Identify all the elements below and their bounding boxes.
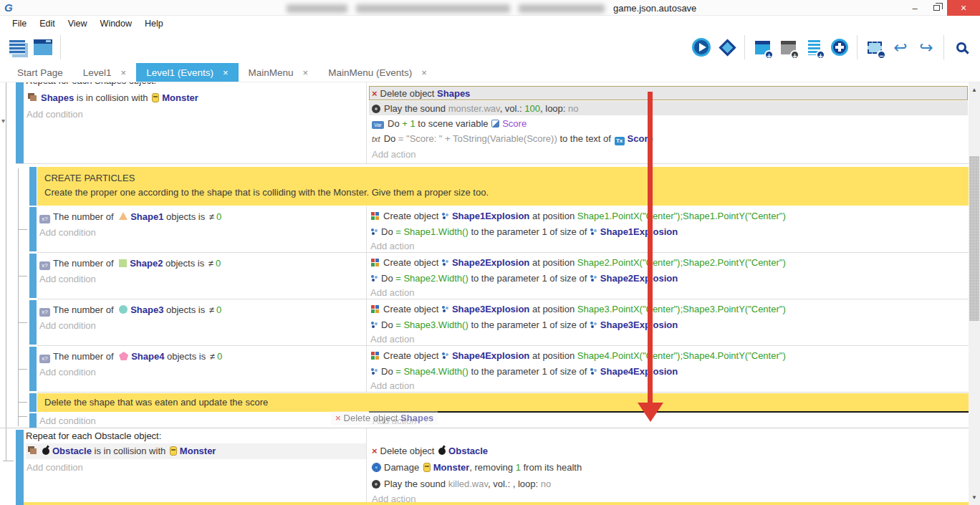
menu-help[interactable]: Help (138, 16, 170, 32)
event-selection-bar[interactable] (16, 430, 24, 505)
event-selection-bar[interactable] (29, 167, 37, 206)
menu-window[interactable]: Window (94, 16, 138, 32)
events-sheet[interactable]: ▾ Repeat for each Shapes object: Shapes … (0, 82, 969, 505)
add-condition-link[interactable]: Add condition (39, 272, 96, 286)
event-selection-bar[interactable] (29, 413, 37, 428)
event-selection-bar[interactable] (29, 207, 37, 251)
menu-view[interactable]: View (62, 16, 94, 32)
add-condition-link[interactable]: Add condition (27, 107, 83, 121)
add-condition-link[interactable]: Add condition (39, 226, 96, 239)
event-selection-bar[interactable] (16, 82, 24, 163)
action-size-shape3explosion[interactable]: Do = Shape3.Width() to the parameter 1 o… (370, 318, 678, 332)
event-repeat-obstacle-header[interactable]: Repeat for each Obstacle object: (26, 431, 161, 441)
action-text: at position (529, 350, 577, 361)
preview-play-button[interactable] (688, 34, 714, 61)
action-text: at position (529, 257, 577, 268)
tab-mainmenu-events[interactable]: MainMenu (Events)× (318, 63, 437, 82)
close-tab-icon[interactable]: × (421, 67, 427, 78)
tab-mainmenu[interactable]: MainMenu× (239, 63, 319, 82)
action-size-shape2explosion[interactable]: Do = Shape2.Width() to the parameter 1 o… (370, 271, 678, 285)
toolbar-separator (943, 35, 944, 59)
close-tab-icon[interactable]: × (121, 67, 127, 78)
sheet-icon (9, 40, 25, 54)
condition-text: objects is (164, 351, 208, 362)
event-selection-bar[interactable] (29, 347, 37, 391)
add-condition-link[interactable]: Add condition (39, 319, 96, 332)
add-action-link[interactable]: Add action (372, 148, 415, 161)
add-element-button[interactable] (827, 34, 852, 61)
object-name: Shapes (41, 92, 74, 103)
tab-start-page[interactable]: Start Page (7, 63, 73, 82)
redo-button[interactable]: ↪ (913, 34, 939, 61)
add-action-link[interactable]: Add action (370, 332, 414, 346)
event-selection-bar[interactable] (29, 254, 37, 298)
action-play-sound-monster[interactable]: Play the sound monster.wav, vol.: 100, l… (372, 102, 579, 115)
add-subevent-button[interactable]: + (775, 34, 801, 61)
add-event-button[interactable]: + (749, 34, 775, 61)
action-create-shape4explosion[interactable]: Create object Shape4Explosion at positio… (370, 349, 786, 362)
action-size-shape4explosion[interactable]: Do = Shape4.Width() to the parameter 1 o… (370, 365, 678, 378)
undo-button[interactable]: ↩ (888, 34, 913, 61)
action-damage-monster[interactable]: Damage Monster, removing 1 from its heal… (372, 461, 582, 474)
comment-delete-shape[interactable]: Delete the shape that was eaten and upda… (37, 393, 969, 412)
debugger-button[interactable] (714, 34, 740, 61)
event-separator (37, 345, 969, 346)
create-object-icon (371, 259, 375, 262)
scrollbar-thumb[interactable] (969, 156, 979, 321)
action-play-sound-killed[interactable]: Play the sound killed.wav, vol.: , loop:… (372, 477, 551, 491)
action-text: to the parameter 1 of size of (469, 273, 590, 284)
condition-action-divider (366, 82, 367, 163)
vertical-scrollbar[interactable]: ▲ ▼ (969, 82, 980, 505)
collapse-icon[interactable]: ▾ (1, 117, 5, 125)
action-delete-shapes[interactable]: ×Delete object Shapes (372, 87, 470, 100)
event-separator (37, 392, 969, 393)
add-condition-link[interactable]: Add condition (39, 365, 96, 379)
add-action-link[interactable]: Add action (370, 239, 414, 253)
action-increment-score[interactable]: VarDo + 1 to scene variable Score (372, 117, 527, 130)
restore-button[interactable] (926, 0, 947, 16)
action-size-shape1explosion[interactable]: Do = Shape1.Width() to the parameter 1 o… (370, 225, 678, 239)
action-create-shape2explosion[interactable]: Create object Shape2Explosion at positio… (370, 256, 786, 269)
scroll-up-icon[interactable]: ▲ (969, 87, 980, 93)
menu-edit[interactable]: Edit (33, 16, 62, 32)
event-repeat-shapes-header[interactable]: Repeat for each Shapes object: (26, 82, 156, 86)
menu-file[interactable]: File (6, 16, 33, 32)
comment-title: CREATE PARTICLES (44, 171, 961, 186)
add-action-link[interactable]: Add action (370, 379, 414, 393)
action-delete-obstacle[interactable]: ×Delete object Obstacle (372, 444, 488, 458)
action-create-shape1explosion[interactable]: Create object Shape1Explosion at positio… (370, 209, 786, 223)
condition-shape2-count[interactable]: x?The number of Shape2 objects is ≠0 (39, 256, 221, 270)
event-selection-bar[interactable] (29, 300, 37, 345)
minimize-button[interactable]: – (904, 0, 926, 16)
comment-create-particles[interactable]: CREATE PARTICLES Create the proper one a… (37, 167, 969, 206)
add-comment-button[interactable]: + (801, 34, 827, 61)
action-create-shape3explosion[interactable]: Create object Shape3Explosion at positio… (370, 302, 786, 316)
close-tab-icon[interactable]: × (223, 67, 229, 78)
condition-shape1-count[interactable]: x?The number of Shape1 objects is ≠0 (39, 210, 221, 223)
search-button[interactable] (948, 34, 974, 61)
delete-icon: × (372, 446, 378, 456)
events-sheet-icon[interactable] (4, 34, 30, 61)
close-button[interactable]: × (947, 0, 980, 16)
condition-shapes-collision[interactable]: Shapes is in collision with Monster (27, 91, 198, 105)
add-condition-link[interactable]: Add condition (39, 414, 96, 428)
create-object-icon (371, 352, 375, 355)
add-condition-link[interactable]: Add condition (27, 461, 83, 474)
scene-window-icon[interactable] (30, 34, 56, 61)
scroll-down-icon[interactable]: ▼ (969, 494, 980, 501)
event-selection-bar[interactable] (29, 393, 37, 412)
remove-selection-button[interactable]: − (862, 34, 888, 61)
monster-icon (170, 446, 177, 456)
action-text: Create object (383, 304, 441, 314)
close-tab-icon[interactable]: × (303, 67, 309, 78)
tab-level1-events[interactable]: Level1 (Events)× (136, 63, 238, 82)
toolbar-separator (744, 35, 745, 59)
condition-obstacle-collision[interactable]: Obstacle is in collision with Monster (27, 444, 216, 458)
condition-shape4-count[interactable]: x?The number of Shape4 objects is ≠0 (39, 350, 222, 363)
action-set-score-text[interactable]: txtDo = "Score: " + ToString(Variable(Sc… (372, 132, 653, 146)
damage-icon (373, 463, 380, 471)
tab-level1[interactable]: Level1× (73, 63, 136, 82)
bug-icon (719, 39, 736, 56)
condition-shape3-count[interactable]: x?The number of Shape3 objects is ≠0 (39, 303, 221, 317)
add-action-link[interactable]: Add action (370, 286, 414, 299)
